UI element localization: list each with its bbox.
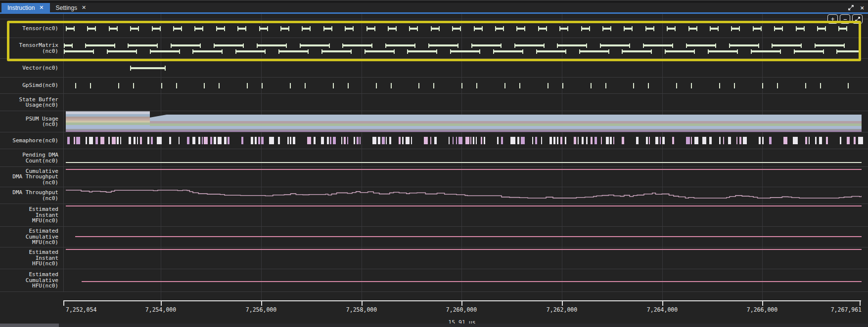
semaphore-bar[interactable] <box>255 137 257 144</box>
semaphore-bar[interactable] <box>360 137 361 144</box>
gpsimd-tick[interactable] <box>548 83 548 88</box>
semaphore-bar[interactable] <box>723 137 724 144</box>
semaphore-bar[interactable] <box>74 137 75 144</box>
semaphore-bar[interactable] <box>655 137 658 144</box>
semaphore-bar[interactable] <box>743 137 747 144</box>
semaphore-bar[interactable] <box>89 137 93 144</box>
tab-settings[interactable]: Settings✕ <box>50 3 92 12</box>
semaphore-bar[interactable] <box>430 137 431 144</box>
semaphore-bar[interactable] <box>847 137 850 144</box>
tab-instruction[interactable]: Instruction✕ <box>1 3 50 12</box>
semaphore-bar[interactable] <box>586 137 588 144</box>
gpsimd-tick[interactable] <box>562 83 563 88</box>
semaphore-bar[interactable] <box>470 137 471 144</box>
semaphore-bar[interactable] <box>473 137 474 144</box>
gpsimd-tick[interactable] <box>391 83 392 88</box>
gpsimd-tick[interactable] <box>848 83 849 88</box>
semaphore-bar[interactable] <box>86 137 87 144</box>
gpsimd-tick[interactable] <box>676 83 677 88</box>
semaphore-bar[interactable] <box>134 137 136 144</box>
expand-window-icon[interactable] <box>848 4 854 11</box>
gpsimd-tick[interactable] <box>219 83 220 88</box>
gpsimd-tick[interactable] <box>133 83 134 88</box>
gpsimd-tick[interactable] <box>648 83 649 88</box>
semaphore-bar[interactable] <box>157 137 162 144</box>
semaphore-bar[interactable] <box>202 137 203 144</box>
semaphore-bar[interactable] <box>341 137 342 144</box>
gpsimd-tick[interactable] <box>418 83 419 88</box>
semaphore-bar[interactable] <box>501 137 503 144</box>
semaphore-bar[interactable] <box>120 137 121 144</box>
gpsimd-tick[interactable] <box>805 83 806 88</box>
semaphore-bar[interactable] <box>728 137 731 144</box>
semaphore-bar[interactable] <box>347 137 348 144</box>
semaphore-bar[interactable] <box>736 137 737 144</box>
gpsimd-tick[interactable] <box>777 83 778 88</box>
semaphore-bar[interactable] <box>541 137 542 144</box>
semaphore-bar[interactable] <box>574 137 576 144</box>
semaphore-bar[interactable] <box>378 137 380 144</box>
semaphore-bar[interactable] <box>382 137 385 144</box>
semaphore-bar[interactable] <box>100 137 104 144</box>
semaphore-bar[interactable] <box>354 137 355 144</box>
gpsimd-tick[interactable] <box>75 83 76 88</box>
gpsimd-tick[interactable] <box>204 83 205 88</box>
semaphore-bar[interactable] <box>449 137 450 144</box>
semaphore-bar[interactable] <box>314 137 316 144</box>
semaphore-bar[interactable] <box>739 137 741 144</box>
semaphore-bar[interactable] <box>662 137 665 144</box>
semaphore-bar[interactable] <box>497 137 499 144</box>
semaphore-bar[interactable] <box>112 137 116 144</box>
semaphore-bar[interactable] <box>709 137 712 144</box>
semaphore-bar[interactable] <box>241 137 243 144</box>
semaphore-bar[interactable] <box>594 137 597 144</box>
gpsimd-tick[interactable] <box>290 83 291 88</box>
semaphore-bar[interactable] <box>769 137 772 144</box>
semaphore-bar[interactable] <box>809 137 810 144</box>
semaphore-bar[interactable] <box>646 137 648 144</box>
gpsimd-tick[interactable] <box>118 83 119 88</box>
semaphore-bar[interactable] <box>287 137 289 144</box>
semaphore-bar[interactable] <box>702 137 706 144</box>
semaphore-bar[interactable] <box>565 137 566 144</box>
semaphore-bar[interactable] <box>307 137 311 144</box>
semaphore-bar[interactable] <box>278 137 280 144</box>
semaphore-bar[interactable] <box>269 137 274 144</box>
semaphore-bar[interactable] <box>218 137 222 144</box>
semaphore-bar[interactable] <box>610 137 612 144</box>
semaphore-bar[interactable] <box>840 137 841 144</box>
semaphore-bar[interactable] <box>649 137 650 144</box>
semaphore-bar[interactable] <box>424 137 428 144</box>
semaphore-bar[interactable] <box>591 137 593 144</box>
gpsimd-tick[interactable] <box>762 83 763 88</box>
semaphore-bar[interactable] <box>321 137 324 144</box>
semaphore-bar[interactable] <box>192 137 195 144</box>
semaphore-bar[interactable] <box>224 137 227 144</box>
semaphore-bar[interactable] <box>357 137 359 144</box>
semaphore-bar[interactable] <box>179 137 180 144</box>
semaphore-bar[interactable] <box>458 137 462 144</box>
semaphore-bar[interactable] <box>613 137 614 144</box>
semaphore-bar[interactable] <box>672 137 674 144</box>
semaphore-bar[interactable] <box>386 137 387 144</box>
semaphore-bar[interactable] <box>553 137 555 144</box>
semaphore-bar[interactable] <box>686 137 690 144</box>
semaphore-bar[interactable] <box>228 137 229 144</box>
semaphore-bar[interactable] <box>465 137 469 144</box>
gpsimd-tick[interactable] <box>504 83 505 88</box>
semaphore-bar[interactable] <box>137 137 138 144</box>
close-window-icon[interactable]: ✕ <box>860 4 864 11</box>
gpsimd-tick[interactable] <box>161 83 162 88</box>
gpsimd-tick[interactable] <box>348 83 349 88</box>
semaphore-bar[interactable] <box>476 137 477 144</box>
semaphore-bar[interactable] <box>151 137 153 144</box>
semaphore-bar[interactable] <box>793 137 798 144</box>
semaphore-bar[interactable] <box>147 137 149 144</box>
semaphore-bar[interactable] <box>187 137 189 144</box>
gpsimd-tick[interactable] <box>519 83 520 88</box>
gpsimd-tick[interactable] <box>605 83 606 88</box>
gpsimd-tick[interactable] <box>376 83 377 88</box>
tab-close-icon[interactable]: ✕ <box>82 5 86 10</box>
gpsimd-tick[interactable] <box>476 83 477 88</box>
semaphore-bar[interactable] <box>660 137 661 144</box>
